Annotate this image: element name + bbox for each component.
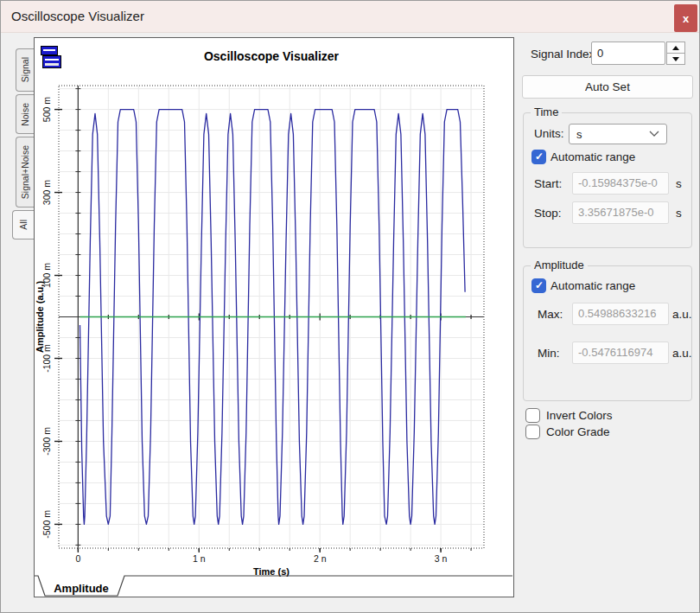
cascade-windows-icon[interactable] (39, 45, 62, 70)
max-unit: a.u. (672, 308, 692, 321)
signal-type-tabs: Signal Noise Signal+Noise All (11, 48, 34, 239)
tab-amplitude[interactable]: Amplitude (54, 582, 109, 595)
color-grade-checkbox[interactable] (525, 425, 540, 439)
oscilloscope-chart[interactable]: 500 m300 m100 m-100 m-300 m-500 m01 n2 n… (35, 38, 513, 597)
max-label: Max: (538, 308, 563, 321)
x-tick-label: 3 n (435, 553, 448, 564)
units-value: s (576, 128, 582, 141)
units-label: Units: (534, 127, 564, 140)
start-unit: s (676, 177, 682, 190)
invert-colors-checkbox[interactable] (525, 408, 540, 423)
tab-signal[interactable]: Signal (16, 48, 34, 92)
y-axis-title: Amplitude (a.u.) (35, 281, 45, 353)
y-tick-label: 300 m (41, 180, 52, 205)
stop-unit: s (676, 207, 682, 220)
signal-index-label: Signal Index: (531, 48, 598, 61)
min-label: Min: (538, 347, 560, 360)
time-group-legend: Time (531, 105, 562, 118)
chart-title: Oscilloscope Visualizer (204, 49, 340, 63)
units-dropdown[interactable]: s (569, 124, 667, 144)
color-grade-label: Color Grade (546, 425, 610, 438)
max-field: 0.54988633216 (572, 303, 669, 325)
close-icon: x (683, 12, 689, 25)
oscilloscope-visualizer-window: Oscilloscope Visualizer x Signal Noise S… (0, 0, 700, 613)
x-tick-label: 0 (75, 553, 80, 564)
window-title: Oscilloscope Visualizer (11, 9, 144, 23)
signal-index-input[interactable] (591, 42, 665, 65)
signal-index-down-button[interactable] (666, 53, 685, 65)
auto-set-button[interactable]: Auto Set (522, 75, 693, 99)
stop-label: Stop: (534, 207, 562, 220)
min-unit: a.u. (672, 347, 692, 360)
start-field: -0.15984375e-0 (572, 172, 669, 195)
invert-colors-label: Invert Colors (546, 409, 613, 422)
tab-noise[interactable]: Noise (16, 94, 34, 134)
amplitude-auto-range-checkbox[interactable] (531, 278, 546, 293)
tab-all[interactable]: All (12, 210, 34, 239)
start-label: Start: (534, 177, 562, 190)
up-arrow-icon (672, 46, 679, 50)
chart-panel: 500 m300 m100 m-100 m-300 m-500 m01 n2 n… (34, 37, 514, 597)
min-field: -0.5476116974 (572, 342, 669, 364)
titlebar: Oscilloscope Visualizer x (1, 1, 699, 33)
signal-index-up-button[interactable] (666, 42, 685, 54)
amplitude-auto-range-label: Automatic range (550, 279, 635, 292)
time-auto-range-label: Automatic range (550, 150, 635, 163)
x-axis-title: Time (s) (253, 566, 290, 577)
stop-field: 3.35671875e-0 (572, 201, 669, 224)
amplitude-group: Amplitude Automatic range Max: 0.5498863… (523, 265, 692, 401)
close-button[interactable]: x (674, 4, 697, 32)
down-arrow-icon (672, 57, 679, 61)
x-tick-label: 2 n (314, 553, 327, 564)
chevron-down-icon (649, 131, 659, 137)
time-group: Time Units: s Automatic range Start: -0.… (523, 112, 692, 248)
amplitude-group-legend: Amplitude (531, 259, 588, 271)
tab-signal-plus-noise[interactable]: Signal+Noise (16, 137, 34, 208)
y-tick-label: -500 m (41, 510, 52, 539)
y-tick-label: -300 m (41, 427, 52, 456)
y-tick-label: 500 m (41, 97, 52, 122)
x-tick-label: 1 n (193, 553, 206, 564)
time-auto-range-checkbox[interactable] (531, 150, 546, 164)
